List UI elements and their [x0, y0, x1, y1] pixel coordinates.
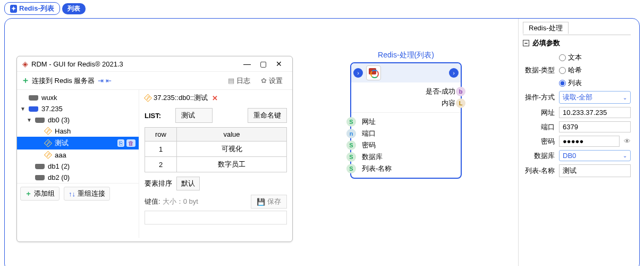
- port-string[interactable]: S: [346, 117, 356, 127]
- maximize-button[interactable]: ▢: [255, 60, 271, 68]
- op-select[interactable]: 读取-全部 ⌄: [559, 91, 631, 104]
- tree-db0[interactable]: ▼ db0 (3): [17, 114, 139, 126]
- listname-input[interactable]: 测试: [559, 164, 631, 177]
- save-button[interactable]: 💾 保存: [251, 195, 287, 209]
- tree-label: aaa: [55, 151, 66, 159]
- add-group-label: 添加组: [34, 189, 55, 198]
- port-string[interactable]: S: [346, 140, 356, 150]
- tree-label: db1 (2): [48, 162, 70, 170]
- properties-panel: Redis-处理 − 必填参数 文本 数据-类型 哈希 列表 操作-方式 读取-…: [518, 19, 635, 266]
- prop-label-db: 数据库: [523, 151, 555, 161]
- sort-select[interactable]: 默认: [176, 177, 200, 190]
- port-input[interactable]: 6379: [559, 121, 631, 132]
- key-icon: ⚿: [43, 138, 54, 148]
- redis-icon: ◈: [22, 60, 28, 68]
- prop-label-datatype: 数据-类型: [523, 65, 555, 75]
- minimize-button[interactable]: —: [239, 60, 255, 68]
- save-label: 保存: [267, 197, 281, 206]
- list-type-label: LIST:: [145, 112, 171, 120]
- tree-server-wuxk[interactable]: wuxk: [17, 92, 139, 103]
- table-row[interactable]: 1 可视化: [145, 142, 287, 157]
- radio-list[interactable]: 列表: [559, 78, 582, 88]
- key-icon: ⚿: [43, 150, 54, 161]
- cell-value: 数字员工: [177, 157, 287, 172]
- node-title: Redis-处理(列表): [350, 51, 462, 60]
- chevron-down-icon: ⌄: [623, 153, 627, 159]
- table-row[interactable]: 2 数字员工: [145, 157, 287, 172]
- kv-size: 大小：0 byt: [163, 197, 198, 206]
- tree-key-test[interactable]: ⚿ 测试 ⎘ 🗑: [17, 137, 139, 149]
- delete-key-button[interactable]: ✕: [212, 94, 218, 102]
- log-button[interactable]: ▤ 日志: [228, 76, 250, 86]
- window-title: RDM - GUI for Redis® 2021.3: [31, 60, 239, 68]
- props-section-header[interactable]: − 必填参数: [523, 35, 631, 51]
- input-label: 列表-名称: [362, 164, 392, 173]
- db-value: DB0: [563, 152, 576, 160]
- radio-hash[interactable]: 哈希: [559, 65, 582, 75]
- flow-node-redis[interactable]: Redis-处理(列表) › › 是否-成功b 内容L S网址 n端口 S密码 …: [350, 51, 462, 179]
- db-select[interactable]: DB0 ⌄: [559, 150, 631, 161]
- settings-button[interactable]: ✿ 设置: [261, 76, 283, 86]
- value-editor[interactable]: [145, 211, 287, 225]
- col-value: value: [177, 128, 287, 142]
- tab-redis-list[interactable]: ✦ Redis-列表: [4, 2, 60, 15]
- col-row: row: [145, 128, 177, 142]
- props-tab-bar: Redis-处理: [523, 21, 631, 35]
- key-name-input[interactable]: 测试: [175, 108, 213, 123]
- port-bool[interactable]: b: [456, 87, 465, 96]
- tree-label: db0 (3): [48, 116, 70, 124]
- port-list[interactable]: L: [456, 98, 465, 108]
- rename-key-button[interactable]: 重命名键: [248, 108, 287, 123]
- kv-label: 键值:: [145, 197, 160, 206]
- tab-pill-list[interactable]: 列表: [62, 3, 86, 14]
- password-input[interactable]: ●●●●●: [559, 136, 620, 147]
- port-string[interactable]: S: [346, 152, 356, 162]
- log-label: 日志: [236, 76, 250, 86]
- port-number[interactable]: n: [346, 129, 356, 138]
- output-label: 内容: [442, 98, 455, 108]
- input-label: 数据库: [362, 152, 383, 162]
- tree-label: db2 (0): [48, 173, 70, 181]
- chevron-down-icon: ⌄: [623, 95, 627, 101]
- prop-label-url: 网址: [523, 108, 555, 118]
- cell-row: 2: [145, 157, 177, 172]
- section-label: 必填参数: [532, 38, 560, 48]
- input-flow-port[interactable]: ›: [353, 68, 363, 78]
- tree-server-37235[interactable]: ▼ 37.235: [17, 103, 139, 114]
- key-icon: ⚿: [43, 126, 54, 137]
- tree-key-aaa[interactable]: ⚿ aaa: [17, 149, 139, 161]
- plus-icon: ＋: [25, 189, 32, 198]
- props-tab[interactable]: Redis-处理: [523, 22, 569, 34]
- trash-icon[interactable]: 🗑: [126, 139, 135, 147]
- import-icon[interactable]: ⇥: [98, 77, 104, 85]
- rdm-window: ◈ RDM - GUI for Redis® 2021.3 — ▢ ✕ ＋ 连接…: [16, 56, 293, 242]
- tree-key-hash[interactable]: ⚿ Hash: [17, 126, 139, 137]
- copy-icon[interactable]: ⎘: [117, 139, 124, 147]
- connect-button[interactable]: ＋ 连接到 Redis 服务器: [21, 75, 95, 86]
- chevron-down-icon: ▼: [20, 106, 26, 112]
- connect-label: 连接到 Redis 服务器: [32, 76, 95, 86]
- output-flow-port[interactable]: ›: [449, 68, 459, 78]
- database-icon: [35, 164, 45, 169]
- regroup-button[interactable]: ↑↓ 重组连接: [64, 187, 110, 201]
- tree-db2[interactable]: db2 (0): [17, 172, 139, 183]
- url-input[interactable]: 10.233.37.235: [559, 107, 631, 118]
- radio-text[interactable]: 文本: [559, 53, 582, 62]
- prop-label-op: 操作-方式: [523, 93, 555, 102]
- eye-icon[interactable]: 👁: [624, 137, 631, 145]
- log-icon: ▤: [228, 77, 234, 85]
- tree-db1[interactable]: db1 (2): [17, 161, 139, 172]
- rdm-titlebar: ◈ RDM - GUI for Redis® 2021.3 — ▢ ✕: [17, 56, 292, 72]
- add-group-button[interactable]: ＋ 添加组: [20, 187, 60, 201]
- output-label: 是否-成功: [426, 87, 455, 96]
- export-icon[interactable]: ⇤: [106, 77, 112, 85]
- port-string[interactable]: S: [346, 164, 356, 173]
- prop-label-listname: 列表-名称: [523, 166, 555, 176]
- input-label: 网址: [362, 117, 376, 127]
- rdm-toolbar: ＋ 连接到 Redis 服务器 ⇥ ⇤ ▤ 日志 ✿ 设置: [17, 72, 292, 90]
- connection-tree: wuxk ▼ 37.235 ▼ db0 (3) ⚿ Hash ⚿ 测试: [17, 90, 139, 238]
- toolbar-mini-icons: ⇥ ⇤: [98, 77, 112, 85]
- close-button[interactable]: ✕: [271, 60, 287, 68]
- key-path: 37.235::db0::测试: [154, 93, 208, 103]
- key-icon: ⚿: [143, 93, 154, 103]
